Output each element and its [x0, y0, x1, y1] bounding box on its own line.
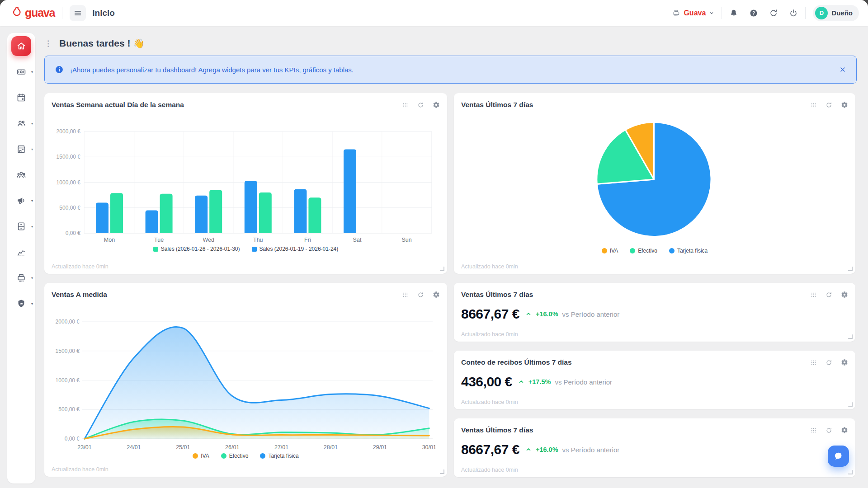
- chevron-down-icon: ▾: [31, 122, 33, 126]
- store-selector[interactable]: Guava: [672, 9, 714, 17]
- user-menu[interactable]: D Dueño: [813, 5, 859, 21]
- refresh-icon[interactable]: [417, 291, 424, 298]
- drag-handle-icon[interactable]: [810, 291, 817, 298]
- legend-item: IVA: [602, 248, 618, 254]
- drag-handle-icon[interactable]: [810, 102, 817, 108]
- svg-text:Mon: Mon: [104, 237, 115, 243]
- kpi-value: 8667,67 €: [461, 306, 519, 322]
- svg-text:1000,00 €: 1000,00 €: [57, 179, 81, 186]
- resize-handle[interactable]: [440, 469, 444, 474]
- kpi-value: 436,00 €: [461, 374, 512, 389]
- refresh-icon[interactable]: [826, 427, 832, 434]
- gear-icon[interactable]: [841, 101, 848, 108]
- drag-dots-icon[interactable]: ⋮: [44, 40, 52, 47]
- widget-sales-pie: Ventas Últimos 7 días IVAEfectivoTarjeta…: [454, 93, 855, 274]
- register-icon: [672, 9, 680, 17]
- svg-text:1500,00 €: 1500,00 €: [56, 348, 80, 354]
- widget-sales-week-bar: Ventas Semana actual Día de la semana 20…: [44, 93, 447, 274]
- updated-text: Actualizado hace 0min: [461, 263, 518, 270]
- resize-handle[interactable]: [848, 334, 853, 339]
- chat-bubble-icon: [834, 451, 844, 461]
- gear-icon[interactable]: [841, 427, 848, 434]
- wave-emoji: 👋: [133, 38, 144, 48]
- sidebar-item-home[interactable]: [11, 36, 31, 56]
- bar-chart-legend: Sales (2026-01-26 - 2026-01-30)Sales (20…: [52, 246, 440, 252]
- megaphone-icon: [16, 196, 26, 206]
- shield-icon: [16, 299, 26, 309]
- sidebar-item-inventory[interactable]: ▾: [11, 216, 31, 236]
- kpi-compare-label: vs Período anterior: [562, 310, 620, 318]
- chevron-down-icon: ▾: [31, 302, 33, 306]
- resize-handle[interactable]: [848, 267, 853, 271]
- sidebar-item-staff[interactable]: ▾: [11, 113, 31, 133]
- users-icon: [16, 118, 26, 128]
- sidebar: ▾ ▾ ▾ ▾ ▾ ▾ ▾: [7, 33, 35, 483]
- user-name: Dueño: [831, 9, 853, 17]
- svg-text:2000,00 €: 2000,00 €: [56, 319, 80, 325]
- brand-logo[interactable]: guava: [9, 6, 55, 20]
- svg-text:24/01: 24/01: [127, 444, 141, 450]
- drag-handle-icon[interactable]: [810, 359, 817, 366]
- gear-icon[interactable]: [433, 291, 440, 298]
- sidebar-item-calendar[interactable]: [11, 88, 31, 108]
- sidebar-item-analytics[interactable]: [11, 242, 31, 262]
- close-icon: [839, 66, 846, 73]
- widget-kpi-sales-top: Ventas Últimos 7 días 8667,67 € +16.0% v…: [454, 283, 855, 342]
- svg-text:23/01: 23/01: [77, 444, 91, 450]
- screen: guava Inicio Guava D Dueño: [0, 0, 868, 488]
- pie-chart-legend: IVAEfectivoTarjeta física: [461, 248, 848, 254]
- sidebar-item-marketing[interactable]: ▾: [11, 191, 31, 211]
- drag-handle-icon[interactable]: [402, 102, 409, 108]
- refresh-icon[interactable]: [826, 359, 832, 366]
- logout-button[interactable]: [789, 9, 798, 18]
- power-icon: [789, 9, 798, 18]
- drawer-icon: [16, 221, 26, 231]
- chart-icon: [16, 247, 26, 257]
- notifications-button[interactable]: [729, 9, 738, 18]
- svg-text:1500,00 €: 1500,00 €: [57, 154, 81, 160]
- kpi-compare-label: vs Período anterior: [555, 378, 612, 386]
- help-button[interactable]: [749, 9, 758, 18]
- svg-text:28/01: 28/01: [324, 444, 338, 450]
- bar-chart: 2000,00 €1500,00 €1000,00 €500,00 €0,00 …: [52, 111, 440, 244]
- widget-title: Ventas Últimos 7 días: [461, 291, 533, 299]
- svg-text:500,00 €: 500,00 €: [58, 406, 80, 413]
- caret-up-icon: [525, 446, 532, 453]
- sidebar-item-customers[interactable]: [11, 165, 31, 185]
- resize-handle[interactable]: [440, 267, 444, 271]
- resize-handle[interactable]: [848, 470, 853, 474]
- updated-text: Actualizado hace 0min: [461, 399, 518, 405]
- svg-text:1000,00 €: 1000,00 €: [56, 377, 80, 384]
- drag-handle-icon[interactable]: [402, 291, 409, 298]
- main-content: ⋮ Buenas tardes ! 👋 ¡Ahora puedes person…: [44, 26, 857, 477]
- sidebar-item-payments[interactable]: ▾: [11, 62, 31, 82]
- refresh-button[interactable]: [769, 9, 778, 18]
- gear-icon[interactable]: [841, 359, 848, 366]
- chat-button[interactable]: [828, 446, 849, 467]
- chevron-down-icon: ▾: [31, 199, 33, 203]
- refresh-icon[interactable]: [826, 102, 832, 108]
- menu-toggle-button[interactable]: [70, 5, 86, 21]
- svg-text:27/01: 27/01: [274, 444, 288, 450]
- chevron-down-icon: ▾: [31, 225, 33, 229]
- chevron-down-icon: ▾: [31, 147, 33, 151]
- drag-handle-icon[interactable]: [810, 427, 817, 434]
- legend-item: Efectivo: [221, 453, 249, 459]
- refresh-icon[interactable]: [417, 102, 424, 108]
- hamburger-icon: [73, 9, 82, 18]
- sidebar-item-store[interactable]: ▾: [11, 139, 31, 159]
- gear-icon[interactable]: [841, 291, 848, 298]
- sidebar-item-pos[interactable]: ▾: [11, 268, 31, 288]
- svg-text:Thu: Thu: [253, 237, 263, 243]
- sidebar-item-security[interactable]: ▾: [11, 294, 31, 314]
- refresh-icon[interactable]: [826, 291, 832, 298]
- legend-item: Tarjeta física: [260, 453, 298, 459]
- svg-text:26/01: 26/01: [225, 444, 239, 450]
- people-icon: [16, 170, 26, 180]
- svg-text:Tue: Tue: [154, 237, 164, 243]
- banner-close-button[interactable]: [839, 66, 846, 73]
- resize-handle[interactable]: [848, 402, 853, 407]
- legend-item: Efectivo: [630, 248, 657, 254]
- gear-icon[interactable]: [433, 101, 440, 108]
- svg-text:30/01: 30/01: [422, 444, 436, 450]
